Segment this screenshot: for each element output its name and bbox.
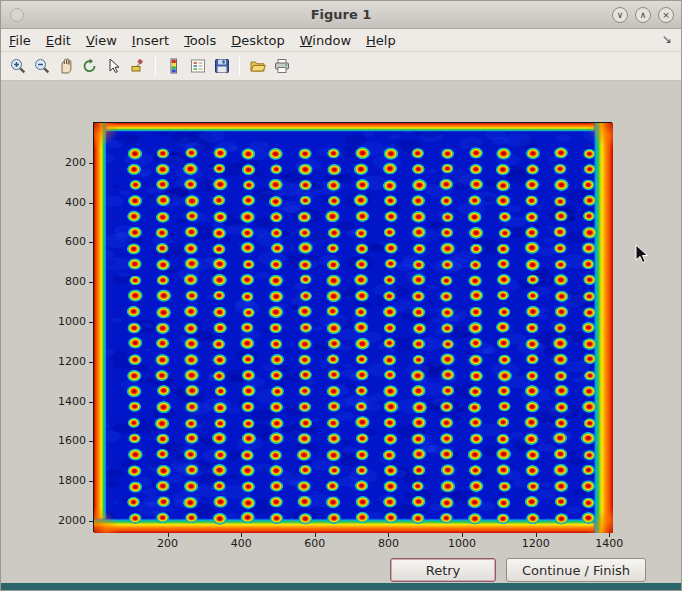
x-tick-label: 800 [366,537,410,550]
title-bar[interactable]: Figure 1 ∨ ∧ × [1,1,681,29]
menu-items: FileEditViewInsertToolsDesktopWindowHelp [9,31,411,50]
window-bottom-strip [1,583,681,590]
pan-hand-button[interactable] [54,55,77,78]
insert-legend-icon [189,57,207,75]
y-tick-label: 1600 [46,434,86,447]
print-icon [273,57,291,75]
open-button[interactable] [246,55,269,78]
y-tick-mark [89,322,93,323]
x-tick-label: 400 [219,537,263,550]
figure-window: Figure 1 ∨ ∧ × FileEditViewInsertToolsDe… [0,0,682,591]
open-folder-icon [249,57,267,75]
menu-item-file[interactable]: File [9,31,40,50]
save-button[interactable] [210,55,233,78]
rotate-3d-button[interactable] [78,55,101,78]
pan-hand-icon [57,57,75,75]
shade-button[interactable]: ∨ [612,7,628,23]
zoom-out-icon [33,57,51,75]
y-tick-mark [89,362,93,363]
toolbar-separator [239,57,240,76]
figure-canvas-area: 2004006008001000120014001600180020002004… [1,81,681,583]
x-tick-label: 1000 [440,537,484,550]
toolbar-separator [155,57,156,76]
x-tick-mark [609,533,610,537]
rotate-3d-icon [81,57,99,75]
zoom-in-icon [9,57,27,75]
window-controls: ∨ ∧ × [612,7,674,23]
y-tick-label: 800 [46,275,86,288]
data-cursor-button[interactable] [102,55,125,78]
menu-detach-icon[interactable]: ↘ [662,32,672,46]
x-tick-mark [241,533,242,537]
brush-button[interactable] [126,55,149,78]
figure-toolbar [1,52,681,81]
mouse-cursor [635,244,649,265]
x-tick-mark [315,533,316,537]
save-icon [213,57,231,75]
close-button[interactable]: × [658,7,674,23]
menu-item-edit[interactable]: Edit [46,31,80,50]
y-tick-mark [89,481,93,482]
menu-item-view[interactable]: View [86,31,126,50]
x-tick-mark [388,533,389,537]
maximize-button[interactable]: ∧ [635,7,651,23]
insert-colorbar-button[interactable] [162,55,185,78]
y-tick-mark [89,163,93,164]
x-tick-label: 200 [146,537,190,550]
y-tick-mark [89,402,93,403]
x-tick-mark [168,533,169,537]
insert-colorbar-icon [165,57,183,75]
brush-icon [129,57,147,75]
x-tick-mark [536,533,537,537]
y-tick-label: 200 [46,156,86,169]
insert-legend-button[interactable] [186,55,209,78]
zoom-out-button[interactable] [30,55,53,78]
menu-item-desktop[interactable]: Desktop [231,31,294,50]
y-tick-mark [89,203,93,204]
y-tick-label: 2000 [46,514,86,527]
menu-bar: FileEditViewInsertToolsDesktopWindowHelp… [1,29,681,52]
y-tick-label: 1200 [46,355,86,368]
x-tick-label: 600 [293,537,337,550]
y-tick-label: 1000 [46,315,86,328]
menu-item-window[interactable]: Window [300,31,360,50]
x-tick-label: 1200 [514,537,558,550]
zoom-in-button[interactable] [6,55,29,78]
data-cursor-icon [105,57,123,75]
heatmap-canvas[interactable] [94,123,613,533]
continue-finish-button[interactable]: Continue / Finish [506,558,646,582]
y-tick-label: 1800 [46,474,86,487]
menu-item-insert[interactable]: Insert [132,31,178,50]
y-tick-mark [89,282,93,283]
y-tick-mark [89,521,93,522]
y-tick-mark [89,242,93,243]
x-tick-mark [462,533,463,537]
plot-frame: 2004006008001000120014001600180020002004… [93,122,612,532]
y-tick-label: 1400 [46,395,86,408]
menu-item-tools[interactable]: Tools [184,31,225,50]
retry-button[interactable]: Retry [390,558,496,582]
x-tick-label: 1400 [587,537,631,550]
window-title: Figure 1 [1,7,681,22]
print-button[interactable] [270,55,293,78]
y-tick-label: 600 [46,235,86,248]
y-tick-label: 400 [46,196,86,209]
y-tick-mark [89,441,93,442]
menu-item-help[interactable]: Help [366,31,405,50]
